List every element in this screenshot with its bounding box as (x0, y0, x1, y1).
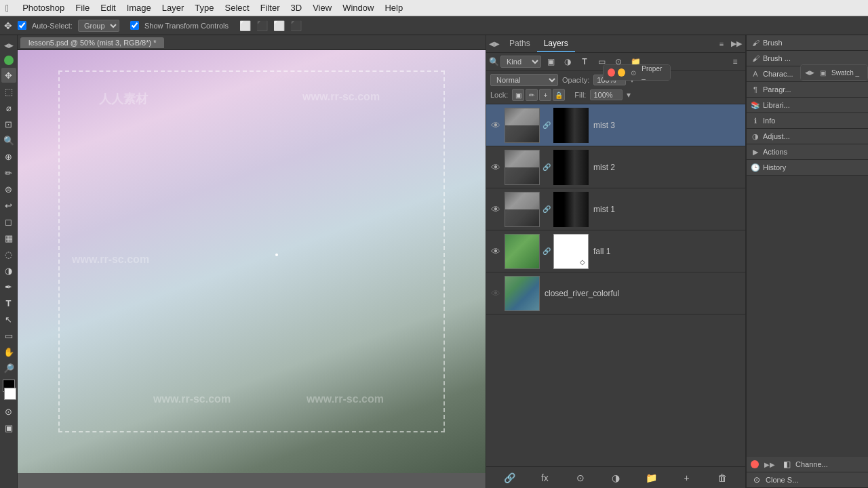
file-menu[interactable]: File (75, 3, 90, 13)
paragraph-panel-header[interactable]: ¶ Paragr... (747, 82, 868, 97)
layers-tab[interactable]: Layers (537, 36, 575, 52)
select-menu[interactable]: Select (225, 3, 250, 13)
lock-lock-btn[interactable]: 🔒 (553, 89, 565, 101)
layer-visibility-mist1[interactable]: 👁 (489, 203, 502, 216)
new-layer-btn[interactable]: + (679, 470, 695, 486)
clone-stamp-panel-header[interactable]: ⊙ Clone S... (747, 472, 868, 487)
view-menu[interactable]: View (313, 3, 332, 13)
info-panel-header[interactable]: ℹ Info (747, 113, 868, 128)
shape-tool[interactable]: ▭ (1, 328, 16, 343)
filter-adjust-icon[interactable]: ◑ (560, 54, 575, 69)
align-right-icon[interactable]: ⬜ (273, 20, 285, 31)
swatch-collapse-btn[interactable]: ◀▶ (805, 69, 814, 76)
channels-close-btn[interactable] (751, 460, 759, 468)
layer-list[interactable]: 👁 🔗 mist 3 👁 🔗 mis (486, 104, 745, 466)
panel-menu-icon[interactable]: ≡ (715, 38, 728, 50)
canvas-area[interactable]: 人人素材 www.rr-sc.com 人人素材 人人素材 www.rr-sc.c… (18, 50, 486, 488)
history-panel-header[interactable]: 🕒 History (747, 160, 868, 175)
layer-visibility-fall1[interactable]: 👁 (489, 245, 502, 258)
filter-menu[interactable]: Filter (260, 3, 280, 13)
layer-menu[interactable]: Layer (162, 3, 184, 13)
new-adjustment-btn[interactable]: ◑ (608, 470, 624, 486)
path-select-tool[interactable]: ↖ (1, 312, 16, 327)
layers-panel: ◀▶ Paths Layers ≡ ▶▶ 🔍 Kind ▣ ◑ T ▭ ⊙ 📁 … (486, 35, 746, 488)
paths-tab[interactable]: Paths (502, 36, 537, 52)
background-color[interactable] (4, 388, 16, 400)
layer-item-river[interactable]: 👁 closed_river_colorful (486, 272, 745, 314)
eraser-tool[interactable]: ◻ (1, 214, 16, 229)
brush-panel-header[interactable]: 🖌 Brush (747, 35, 868, 50)
selection-tool[interactable]: ⬚ (1, 84, 16, 99)
align-center-icon[interactable]: ⬛ (256, 20, 268, 31)
blur-tool[interactable]: ◌ (1, 247, 16, 262)
screen-mode-btn[interactable]: ▣ (1, 420, 16, 435)
photoshop-menu[interactable]: Photoshop (22, 3, 64, 13)
clone-tool[interactable]: ⊜ (1, 182, 16, 197)
lock-position-btn[interactable]: ✏ (526, 89, 538, 101)
filter-kind-select[interactable]: Kind (500, 56, 541, 68)
distribute-icon[interactable]: ⬛ (290, 20, 302, 31)
pen-tool[interactable]: ✒ (1, 279, 16, 294)
document-tab[interactable]: lesson5.psd @ 50% (mist 3, RGB/8*) * (20, 37, 164, 48)
text-tool[interactable]: T (1, 296, 16, 310)
add-style-btn[interactable]: fx (536, 470, 553, 486)
eyedropper-tool[interactable]: 🔍 (1, 133, 16, 148)
move-tool[interactable]: ✥ (1, 68, 16, 83)
filter-extra-icon[interactable]: ≡ (728, 54, 743, 69)
panel-collapse-left[interactable]: ◀▶ (489, 40, 500, 47)
healing-tool[interactable]: ⊕ (1, 149, 16, 164)
new-group-btn[interactable]: 📁 (643, 470, 659, 486)
3d-menu[interactable]: 3D (291, 3, 302, 13)
help-menu[interactable]: Help (384, 3, 403, 13)
filter-pixel-icon[interactable]: ▣ (543, 54, 558, 69)
lasso-tool[interactable]: ⌀ (1, 100, 16, 115)
brush-tool[interactable]: ✏ (1, 165, 16, 180)
apple-menu[interactable]:  (5, 3, 9, 14)
toolbar-expand-btn[interactable]: ◀▶ (1, 38, 16, 53)
actions-panel-header[interactable]: ▶ Actions (747, 144, 868, 159)
layer-item-mist1[interactable]: 👁 🔗 mist 1 (486, 188, 745, 230)
auto-select-type[interactable]: Group Layer (78, 20, 119, 32)
blend-mode-select[interactable]: Normal Multiply Screen Overlay (490, 74, 558, 86)
libraries-panel-header[interactable]: 📚 Librari... (747, 98, 868, 113)
layer-visibility-river[interactable]: 👁 (489, 287, 502, 300)
transform-controls-checkbox[interactable] (130, 21, 139, 30)
zoom-tool[interactable]: 🔎 (1, 361, 16, 375)
lock-all-btn[interactable]: + (539, 89, 551, 101)
auto-select-checkbox[interactable] (18, 21, 26, 30)
crop-tool[interactable]: ⊡ (1, 117, 16, 131)
quick-mask-btn[interactable]: ⊙ (1, 404, 16, 419)
properties-expand-btn[interactable] (618, 68, 625, 77)
clone-stamp-panel: ⊙ Clone S... (747, 472, 868, 488)
layer-visibility-mist3[interactable]: 👁 (489, 119, 502, 132)
panel-expand-icon[interactable]: ▶▶ (730, 38, 743, 50)
layer-visibility-mist2[interactable]: 👁 (489, 161, 502, 174)
filter-type-dropdown[interactable]: 🔍 Kind (489, 56, 541, 68)
edit-menu[interactable]: Edit (100, 3, 115, 13)
channels-panel-header[interactable]: ▶▶ ◧ Channe... (747, 457, 868, 472)
dodge-tool[interactable]: ◑ (1, 263, 16, 278)
window-menu[interactable]: Window (342, 3, 374, 13)
layer-item-mist3[interactable]: 👁 🔗 mist 3 (486, 104, 745, 146)
gradient-tool[interactable]: ▦ (1, 230, 16, 245)
watermark-1: 人人素材 (99, 91, 148, 107)
history-brush-tool[interactable]: ↩ (1, 198, 16, 213)
fill-arrow[interactable]: ▾ (627, 90, 631, 100)
add-mask-btn[interactable]: ⊙ (572, 470, 589, 486)
layer-item-mist2[interactable]: 👁 🔗 mist 2 (486, 146, 745, 188)
delete-layer-btn[interactable]: 🗑 (714, 470, 730, 486)
hand-tool[interactable]: ✋ (1, 344, 16, 359)
fill-input[interactable] (590, 89, 623, 100)
channels-expand-btn[interactable]: ▶▶ (764, 461, 775, 468)
align-left-icon[interactable]: ⬜ (239, 20, 251, 31)
layer-item-fall1[interactable]: 👁 🔗 fall 1 (486, 230, 745, 272)
brush-preset-panel-header[interactable]: 🖌 Brush ... (747, 51, 868, 66)
lock-label: Lock: (490, 91, 508, 99)
lock-pixels-btn[interactable]: ▣ (512, 89, 524, 101)
link-layers-btn[interactable]: 🔗 (501, 470, 517, 486)
adjustments-panel-header[interactable]: ◑ Adjust... (747, 129, 868, 144)
type-menu[interactable]: Type (195, 3, 214, 13)
filter-type-icon[interactable]: T (577, 54, 592, 69)
properties-close-btn[interactable] (608, 68, 615, 77)
image-menu[interactable]: Image (127, 3, 151, 13)
